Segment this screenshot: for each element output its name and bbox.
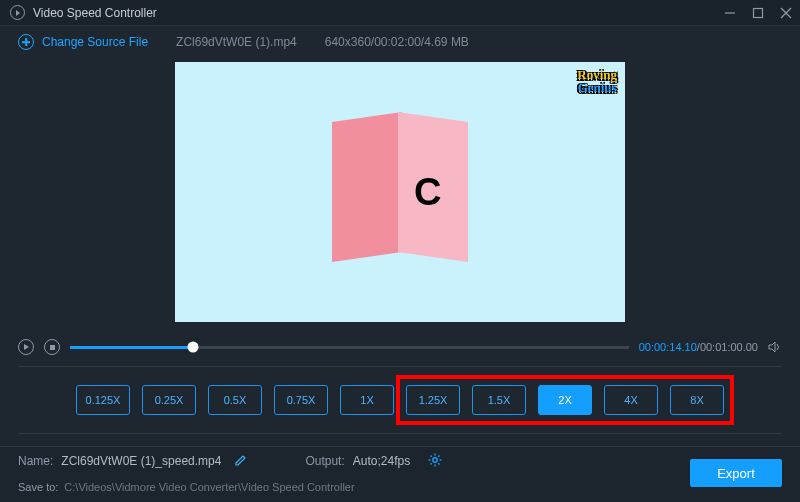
bottom-row-settings: Name: ZCl69dVtW0E (1)_speed.mp4 Output: … [0, 447, 800, 475]
bottom-row-saveto: Save to: C:\Videos\Vidmore Video Convert… [0, 475, 800, 499]
source-filename: ZCl69dVtW0E (1).mp4 [176, 35, 297, 49]
export-label: Export [717, 466, 755, 481]
bottom-bar: Name: ZCl69dVtW0E (1)_speed.mp4 Output: … [0, 446, 800, 502]
stop-icon [50, 345, 55, 350]
play-button[interactable] [18, 339, 34, 355]
change-source-button[interactable]: Change Source File [18, 34, 148, 50]
output-label: Output: [305, 454, 344, 468]
watermark: Roving Genius [577, 68, 617, 94]
time-display: 00:00:14.10/00:01:00.00 [639, 341, 758, 353]
output-section: Output: Auto;24fps [305, 453, 442, 470]
book-letter: C [414, 171, 441, 214]
minimize-button[interactable] [716, 0, 744, 26]
name-label: Name: [18, 454, 53, 468]
svg-line-10 [438, 463, 439, 464]
export-button[interactable]: Export [690, 459, 782, 487]
change-source-label: Change Source File [42, 35, 148, 49]
speed-button-4x[interactable]: 4X [604, 385, 658, 415]
speed-button-1x[interactable]: 1X [340, 385, 394, 415]
stop-button[interactable] [44, 339, 60, 355]
video-preview[interactable]: Roving Genius C [175, 62, 625, 322]
preview-area: Roving Genius C [0, 58, 800, 322]
titlebar: Video Speed Controller [0, 0, 800, 26]
playback-controls: 00:00:14.10/00:01:00.00 [0, 330, 800, 364]
speed-button-8x[interactable]: 8X [670, 385, 724, 415]
maximize-button[interactable] [744, 0, 772, 26]
output-settings-button[interactable] [428, 453, 442, 470]
speed-button-0p75x[interactable]: 0.75X [274, 385, 328, 415]
volume-button[interactable] [768, 340, 782, 354]
speed-row: 0.125X0.25X0.5X0.75X1X1.25X1.5X2X4X8X [0, 369, 800, 431]
svg-rect-1 [754, 8, 763, 17]
close-button[interactable] [772, 0, 800, 26]
current-time: 00:00:14.10 [639, 341, 697, 353]
speed-button-1p25x[interactable]: 1.25X [406, 385, 460, 415]
total-time: 00:01:00.00 [700, 341, 758, 353]
speed-button-0p25x[interactable]: 0.25X [142, 385, 196, 415]
saveto-label: Save to: [18, 481, 58, 493]
seek-thumb[interactable] [187, 342, 198, 353]
speed-button-2x[interactable]: 2X [538, 385, 592, 415]
svg-point-4 [433, 457, 437, 461]
app-title: Video Speed Controller [33, 6, 157, 20]
book-graphic: C [332, 117, 468, 267]
svg-line-12 [431, 463, 432, 464]
svg-line-9 [431, 455, 432, 456]
app-logo-icon [10, 5, 25, 20]
svg-line-11 [438, 455, 439, 456]
watermark-line2: Genius [577, 81, 617, 94]
seek-fill [70, 346, 193, 349]
speed-button-0p125x[interactable]: 0.125X [76, 385, 130, 415]
saveto-value: C:\Videos\Vidmore Video Converter\Video … [64, 481, 354, 493]
separator-2 [18, 433, 782, 434]
speed-button-1p5x[interactable]: 1.5X [472, 385, 526, 415]
seek-slider[interactable] [70, 346, 629, 349]
plus-circle-icon [18, 34, 34, 50]
name-value: ZCl69dVtW0E (1)_speed.mp4 [61, 454, 221, 468]
toolbar: Change Source File ZCl69dVtW0E (1).mp4 6… [0, 26, 800, 58]
output-value: Auto;24fps [353, 454, 410, 468]
edit-name-button[interactable] [235, 454, 247, 469]
play-icon [24, 344, 29, 350]
speed-button-0p5x[interactable]: 0.5X [208, 385, 262, 415]
separator [18, 366, 782, 367]
source-fileinfo: 640x360/00:02:00/4.69 MB [325, 35, 469, 49]
